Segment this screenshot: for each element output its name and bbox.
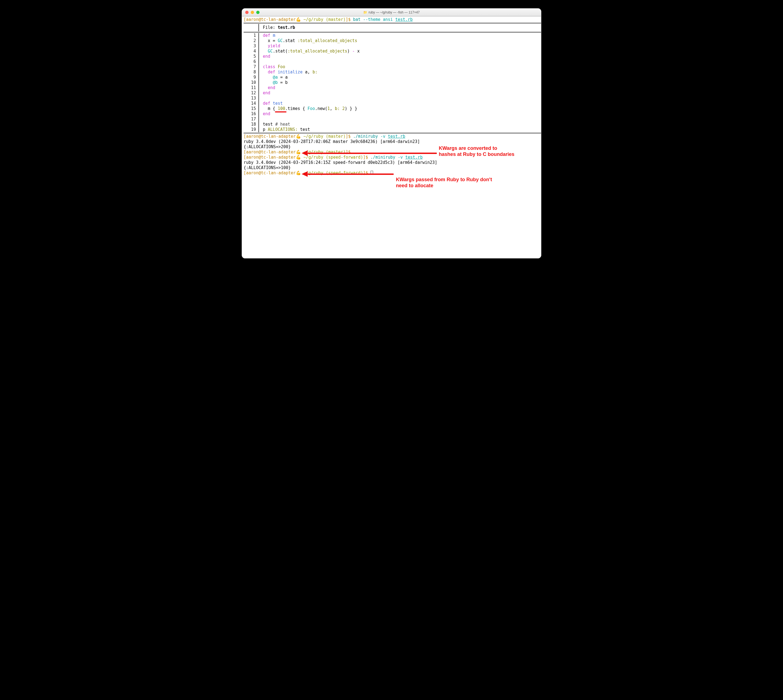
code-line: 3 yield xyxy=(243,43,541,49)
token: def xyxy=(268,70,278,75)
code-line: 8 def initialize a, b: xyxy=(243,70,541,75)
ruby-version-line: ruby 3.4.0dev (2024-03-28T17:02:06Z mast… xyxy=(243,139,541,144)
token: :total_allocated_objects xyxy=(298,38,357,43)
path-branch: ~/g/ruby (master) xyxy=(303,17,346,22)
cmd: ./miniruby xyxy=(353,134,380,139)
line-number: 2 xyxy=(243,38,259,43)
arrow-shaft xyxy=(308,173,394,175)
token: a xyxy=(305,70,308,75)
file-header: File: test.rb xyxy=(259,24,295,31)
flex-icon: 💪 xyxy=(296,150,301,155)
token: .new( xyxy=(315,106,327,111)
bat-output: File: test.rb 1def m2 x = GC.stat :total… xyxy=(243,23,541,133)
token: b: xyxy=(313,70,318,75)
user-host: [aaron@tc-lan-adapter xyxy=(243,170,296,175)
token xyxy=(263,49,268,53)
file-label: File: xyxy=(263,25,278,30)
token xyxy=(263,75,273,80)
line-number: 15 xyxy=(243,106,259,112)
line-number: 14 xyxy=(243,101,259,106)
token: # heat xyxy=(275,122,290,127)
token: 100 xyxy=(278,106,285,111)
token: m { xyxy=(263,106,278,111)
prompt-sigil: ]$ xyxy=(346,17,353,22)
alloc-line-speed: {:ALLOCATIONS=>100} xyxy=(243,165,541,170)
line-number: 3 xyxy=(243,43,259,49)
arrow-annotation-2 xyxy=(302,171,394,177)
token: end xyxy=(263,112,270,116)
line-number: 9 xyxy=(243,75,259,80)
line-number: 7 xyxy=(243,64,259,70)
code-line: 17 xyxy=(243,117,541,122)
line-content: end xyxy=(259,54,270,59)
code-line: 12end xyxy=(243,90,541,96)
underline-annotation xyxy=(275,112,287,112)
token: m xyxy=(273,33,275,38)
code-line: 15 m { 100.times { Foo.new(1, b: 2) } } xyxy=(243,106,541,112)
token: 2 xyxy=(342,106,345,111)
token: yield xyxy=(268,43,280,48)
code-line: 4 GC.stat(:total_allocated_objects) - x xyxy=(243,49,541,54)
line-content: m { 100.times { Foo.new(1, b: 2) } } xyxy=(259,106,357,112)
rule xyxy=(243,23,541,23)
code-line: 5end xyxy=(243,54,541,59)
line-content: x = GC.stat :total_allocated_objects xyxy=(259,38,357,43)
arrow-head-icon xyxy=(302,150,308,156)
line-content: end xyxy=(259,112,270,117)
line-number: 4 xyxy=(243,49,259,54)
cmd: bat xyxy=(353,17,363,22)
line-content: yield xyxy=(259,43,280,49)
line-number: 8 xyxy=(243,70,259,75)
code-line: 11 end xyxy=(243,85,541,90)
token: @b xyxy=(273,80,278,85)
annotation-line: KWargs are converted to xyxy=(439,145,515,151)
line-content: def test xyxy=(259,101,283,106)
code-line: 6 xyxy=(243,59,541,64)
token: end xyxy=(263,90,270,95)
terminal-window: 📁ruby — ~/g/ruby — -fish — 117×47 [aaron… xyxy=(242,8,541,258)
token: , xyxy=(308,70,313,75)
line-number: 12 xyxy=(243,90,259,96)
flex-icon: 💪 xyxy=(296,170,301,175)
code-line: 14def test xyxy=(243,101,541,106)
line-content xyxy=(259,59,265,64)
token: = b xyxy=(278,80,288,85)
annotation-line: need to allocate xyxy=(396,183,492,188)
line-content: @a = a xyxy=(259,75,288,80)
line-number: 6 xyxy=(243,59,259,64)
token: ALLOCATIONS: xyxy=(268,127,298,132)
rule xyxy=(243,133,541,133)
annotation-line: hashes at Ruby to C boundaries xyxy=(439,151,515,157)
title-text: ruby — ~/g/ruby — -fish — 117×47 xyxy=(368,10,420,14)
line-number: 1 xyxy=(243,33,259,38)
terminal-area[interactable]: [aaron@tc-lan-adapter💪 ~/g/ruby (master)… xyxy=(242,16,541,258)
line-number: 10 xyxy=(243,80,259,85)
token: Foo xyxy=(278,64,285,69)
prompt-line-top: [aaron@tc-lan-adapter💪 ~/g/ruby (master)… xyxy=(243,17,541,22)
line-content: test # heat xyxy=(259,122,290,127)
token: .stat xyxy=(283,38,298,43)
code-line: 7class Foo xyxy=(243,64,541,70)
token: Foo xyxy=(308,106,315,111)
token: - xyxy=(352,49,355,53)
rule xyxy=(243,32,541,32)
titlebar[interactable]: 📁ruby — ~/g/ruby — -fish — 117×47 xyxy=(242,8,541,16)
line-number: 19 xyxy=(243,127,259,132)
prompt-sigil: ]$ xyxy=(346,134,353,139)
token xyxy=(263,70,268,75)
cmd-arg: test.rb xyxy=(388,134,405,139)
flex-icon: 💪 xyxy=(296,17,301,22)
bat-header: File: test.rb xyxy=(243,24,541,31)
code-line: 2 x = GC.stat :total_allocated_objects xyxy=(243,38,541,43)
line-number: 17 xyxy=(243,117,259,122)
token: def xyxy=(263,101,273,106)
path-branch: ~/g/ruby (master) xyxy=(303,134,346,139)
code-line: 16end xyxy=(243,112,541,117)
token: GC xyxy=(268,49,273,53)
line-content: class Foo xyxy=(259,64,285,70)
token xyxy=(263,85,268,90)
line-number: 11 xyxy=(243,85,259,90)
token: :total_allocated_objects xyxy=(288,49,347,53)
token xyxy=(263,43,268,48)
token: test xyxy=(273,101,283,106)
